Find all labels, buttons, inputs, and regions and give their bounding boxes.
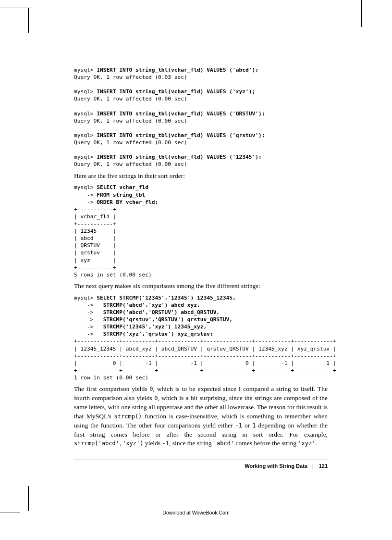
sql: INSERT INTO string_tbl(vchar_fld) VALUES…	[97, 67, 258, 73]
code-literal: 0	[149, 386, 153, 392]
code-literal: strcmp('abcd','xyz')	[74, 440, 144, 447]
para-sort-intro: Here are the five strings in their sort …	[74, 172, 328, 181]
code-literal: -1	[235, 422, 242, 429]
para-compare-intro: The next query makes six comparisons amo…	[74, 282, 328, 291]
prompt: ->	[74, 316, 103, 323]
sql: STRCMP('abcd','xyz') abcd_xyz,	[103, 302, 200, 308]
sql: STRCMP('xyz','qrstuv') xyz_qrstuv;	[103, 331, 213, 337]
page-footer: Working with String Data | 121	[74, 460, 328, 469]
code-select-sort: mysql> SELECT vchar_fld -> FROM string_t…	[74, 184, 328, 278]
result-table: +-----------+ | vchar_fld | +-----------…	[74, 206, 152, 278]
prompt: mysql>	[74, 295, 97, 301]
crop-mark-tr-v	[361, 0, 362, 27]
sql: INSERT INTO string_tbl(vchar_fld) VALUES…	[97, 111, 265, 117]
footer-sep: |	[312, 463, 313, 469]
result-table: +-------------+----------+-------------+…	[74, 338, 336, 381]
sql: INSERT INTO string_tbl(vchar_fld) VALUES…	[97, 132, 265, 138]
prompt: mysql>	[74, 154, 97, 160]
crop-mark-tl-h	[0, 8, 31, 37]
prompt: mysql>	[74, 111, 97, 117]
crop-mark-tl-v	[28, 8, 29, 33]
t: or	[242, 422, 252, 429]
footer-section-title: Working with String Data	[245, 463, 307, 469]
sql: STRCMP('12345','xyz') 12345_xyz,	[103, 324, 207, 330]
sql: ORDER BY vchar_fld;	[97, 199, 158, 205]
t: comes before the string	[234, 440, 298, 447]
crop-mark-bl-v	[28, 486, 29, 511]
code-strcmp: mysql> SELECT STRCMP('12345','12345') 12…	[74, 294, 328, 381]
prompt: ->	[74, 302, 103, 308]
prompt: mysql>	[74, 184, 97, 190]
prompt: mysql>	[74, 132, 97, 138]
sql: INSERT INTO string_tbl(vchar_fld) VALUES…	[97, 88, 255, 95]
t: , since the string	[169, 440, 213, 447]
sql: SELECT vchar_fld	[97, 184, 148, 190]
result: Query OK, 1 row affected (0.00 sec)	[74, 139, 187, 146]
t: .	[315, 440, 317, 447]
code-literal: 'abcd'	[213, 440, 234, 447]
page-content: mysql> INSERT INTO string_tbl(vchar_fld)…	[74, 66, 328, 469]
prompt: ->	[74, 192, 97, 198]
sql: STRCMP('qrstuv','QRSTUV') qrstuv_QRSTUV,	[103, 316, 233, 323]
t: yields	[144, 440, 162, 447]
result: Query OK, 1 row affected (0.03 sec)	[74, 74, 187, 80]
result: Query OK, 1 row affected (0.00 sec)	[74, 161, 187, 167]
code-literal: 'xyz'	[298, 440, 315, 447]
prompt: ->	[74, 309, 103, 315]
prompt: mysql>	[74, 88, 97, 95]
prompt: ->	[74, 199, 97, 205]
sql: INSERT INTO string_tbl(vchar_fld) VALUES…	[97, 154, 262, 160]
code-literal: strcmp()	[114, 413, 142, 420]
code-literal: -1	[162, 440, 169, 447]
sql: FROM string_tbl	[97, 192, 145, 198]
result: Query OK, 1 row affected (0.00 sec)	[74, 96, 187, 102]
prompt: mysql>	[74, 67, 97, 73]
t: The first comparison yields	[74, 385, 149, 392]
prompt: ->	[74, 324, 103, 330]
result: Query OK, 1 row affected (0.00 sec)	[74, 118, 187, 124]
para-explanation: The first comparison yields 0, which is …	[74, 385, 328, 448]
page-number: 121	[319, 463, 328, 469]
download-notice: Download at WoweBook.Com	[0, 510, 392, 515]
sql: STRCMP('abcd','QRSTUV') abcd_QRSTUV,	[103, 309, 220, 315]
sql: SELECT STRCMP('12345','12345') 12345_123…	[97, 295, 236, 301]
prompt: ->	[74, 331, 103, 337]
code-insert-1: mysql> INSERT INTO string_tbl(vchar_fld)…	[74, 66, 328, 168]
